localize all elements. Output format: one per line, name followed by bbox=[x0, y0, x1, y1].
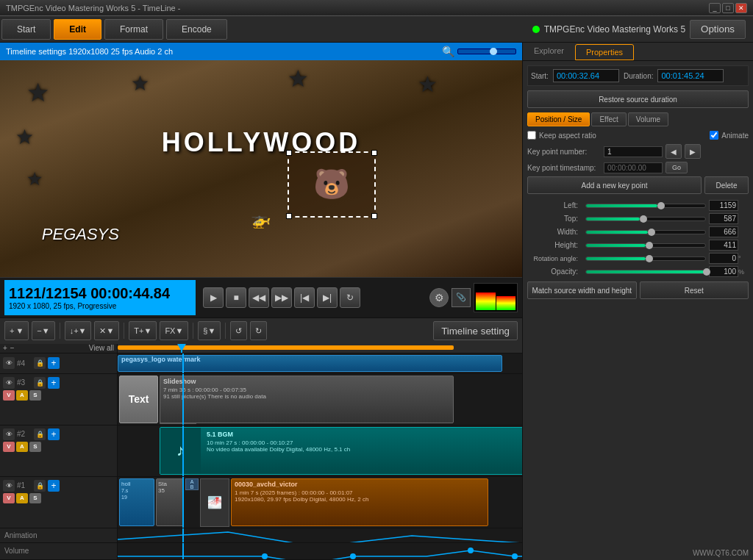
delete-clip-button[interactable]: ✕▼ bbox=[94, 321, 119, 340]
start-value[interactable] bbox=[553, 69, 619, 82]
bear-selection-box[interactable] bbox=[288, 151, 376, 218]
track-1-video-btn[interactable]: V bbox=[3, 493, 15, 503]
redo-button[interactable]: ↻ bbox=[250, 321, 267, 340]
timeline-setting-button[interactable]: Timeline setting bbox=[433, 321, 518, 340]
close-button[interactable]: ✕ bbox=[735, 3, 747, 13]
text-tool-button[interactable]: T+▼ bbox=[129, 321, 157, 340]
opacity-slider-track[interactable] bbox=[585, 270, 706, 274]
track-3-b-btn[interactable]: S bbox=[29, 390, 41, 401]
position-size-tab[interactable]: Position / Size bbox=[527, 112, 590, 126]
corner-handle-tl[interactable] bbox=[286, 150, 292, 156]
track-4-eye[interactable]: 👁 bbox=[3, 357, 15, 369]
left-slider-thumb[interactable] bbox=[657, 202, 665, 209]
track-1-add[interactable]: + bbox=[48, 480, 60, 492]
corner-handle-tr[interactable] bbox=[371, 150, 377, 156]
track-1-b-btn[interactable]: S bbox=[29, 493, 41, 503]
track-3-add[interactable]: + bbox=[48, 377, 60, 389]
track-2-eye[interactable]: 👁 bbox=[3, 428, 15, 440]
undo-button[interactable]: ↺ bbox=[230, 321, 247, 340]
clip-slideshow[interactable]: Slideshow 7 min 35 s : 00:00:00 - 00:07:… bbox=[160, 376, 454, 423]
rotation-value[interactable] bbox=[709, 253, 738, 264]
tab-explorer[interactable]: Explorer bbox=[523, 43, 575, 60]
reset-button[interactable]: Reset bbox=[640, 281, 749, 299]
search-icon[interactable]: 🔍 bbox=[442, 46, 454, 57]
options-button[interactable]: Options bbox=[690, 20, 746, 39]
add-keypoint-button[interactable]: Add a new key point bbox=[527, 176, 702, 194]
insert-button[interactable]: ↓+▼ bbox=[65, 321, 92, 340]
timeline-scroll-bar[interactable] bbox=[118, 345, 513, 350]
step-forward-button[interactable]: ▶| bbox=[317, 287, 338, 308]
track-3-video-btn[interactable]: V bbox=[3, 390, 15, 401]
minimize-button[interactable]: _ bbox=[709, 3, 721, 13]
keypoint-number-input[interactable] bbox=[604, 146, 663, 157]
track-2-lock[interactable]: 🔒 bbox=[34, 428, 46, 440]
stop-button[interactable]: ■ bbox=[226, 287, 246, 308]
clip-pegasys-watermark[interactable]: pegasys_logo watermark bbox=[118, 355, 502, 372]
height-slider-track[interactable] bbox=[585, 243, 706, 248]
clip-text[interactable]: Text bbox=[119, 376, 158, 423]
rewind-button[interactable]: ◀◀ bbox=[249, 287, 269, 308]
clip-bgm[interactable]: ♪ 5.1 BGM 10 min 27 s : 00:00:00 - 00:10… bbox=[160, 427, 522, 475]
width-value[interactable] bbox=[709, 226, 738, 237]
add-track-mini[interactable]: + bbox=[3, 344, 7, 352]
step-back-button[interactable]: |◀ bbox=[294, 287, 315, 308]
track-2-audio-btn[interactable]: A bbox=[16, 442, 28, 452]
fast-forward-button[interactable]: ▶▶ bbox=[271, 287, 292, 308]
track-3-audio-btn[interactable]: A bbox=[16, 390, 28, 401]
track-4-lock[interactable]: 🔒 bbox=[34, 357, 46, 369]
height-value[interactable] bbox=[709, 240, 738, 251]
format-button[interactable]: Format bbox=[104, 19, 163, 40]
fx-button[interactable]: FX▼ bbox=[160, 321, 188, 340]
rotation-slider-track[interactable] bbox=[585, 256, 706, 261]
keypoint-timestamp-input[interactable] bbox=[604, 162, 663, 173]
match-source-button[interactable]: Match source width and height bbox=[527, 281, 637, 299]
edit-button[interactable]: Edit bbox=[54, 19, 101, 40]
width-slider-track[interactable] bbox=[585, 230, 706, 234]
rotation-slider-thumb[interactable] bbox=[646, 255, 653, 262]
effect-tab[interactable]: Effect bbox=[591, 112, 626, 126]
clip-star[interactable]: Sta35 bbox=[156, 478, 184, 526]
delete-keypoint-button[interactable]: Delete bbox=[704, 176, 749, 194]
track-2-add[interactable]: + bbox=[48, 428, 60, 440]
clip-holl[interactable]: holl7.s19 bbox=[119, 478, 154, 526]
opacity-value[interactable] bbox=[709, 266, 738, 277]
next-keypoint-button[interactable]: ▶ bbox=[685, 144, 701, 159]
opacity-slider-thumb[interactable] bbox=[703, 268, 710, 276]
zoom-slider-thumb[interactable] bbox=[490, 48, 497, 55]
minus-track-mini[interactable]: − bbox=[10, 344, 15, 352]
prev-keypoint-button[interactable]: ◀ bbox=[665, 144, 682, 159]
duration-value[interactable] bbox=[657, 69, 724, 82]
settings-dial[interactable]: ⚙ bbox=[429, 288, 449, 307]
small-clip-thumb[interactable]: 🌁 bbox=[200, 478, 229, 527]
width-slider-thumb[interactable] bbox=[648, 229, 655, 236]
clip-btn[interactable]: 📎 bbox=[452, 288, 471, 307]
track-2-b-btn[interactable]: S bbox=[29, 442, 41, 452]
add-track-button[interactable]: + ▼ bbox=[4, 321, 29, 340]
volume-tab[interactable]: Volume bbox=[628, 112, 668, 126]
corner-handle-br[interactable] bbox=[371, 213, 377, 219]
loop-button[interactable]: ↻ bbox=[340, 287, 360, 308]
track-2-video-btn[interactable]: V bbox=[3, 442, 15, 452]
chapter-button[interactable]: §▼ bbox=[198, 321, 221, 340]
go-button[interactable]: Go bbox=[665, 162, 688, 173]
track-1-eye[interactable]: 👁 bbox=[3, 480, 15, 492]
animate-checkbox[interactable] bbox=[710, 131, 718, 140]
height-slider-thumb[interactable] bbox=[646, 242, 653, 249]
maximize-button[interactable]: □ bbox=[722, 3, 734, 13]
remove-track-button[interactable]: −▼ bbox=[32, 321, 54, 340]
keep-aspect-checkbox[interactable] bbox=[527, 131, 536, 140]
play-button[interactable]: ▶ bbox=[203, 287, 224, 308]
left-slider-track[interactable] bbox=[585, 204, 706, 208]
encode-button[interactable]: Encode bbox=[166, 19, 227, 40]
track-1-lock[interactable]: 🔒 bbox=[34, 480, 46, 492]
track-1-audio-btn[interactable]: A bbox=[16, 493, 28, 503]
view-all-label[interactable]: View all bbox=[89, 344, 114, 352]
top-value[interactable] bbox=[709, 213, 738, 224]
restore-source-duration-button[interactable]: Restore source duration bbox=[527, 90, 749, 108]
clip-avchd-victor[interactable]: 00030_avchd_victor 1 min 7 s (2025 frame… bbox=[231, 478, 488, 526]
top-slider-thumb[interactable] bbox=[640, 215, 647, 223]
left-value[interactable] bbox=[709, 200, 738, 211]
track-3-eye[interactable]: 👁 bbox=[3, 377, 15, 389]
track-4-add[interactable]: + bbox=[48, 357, 60, 369]
tab-properties[interactable]: Properties bbox=[575, 44, 634, 60]
